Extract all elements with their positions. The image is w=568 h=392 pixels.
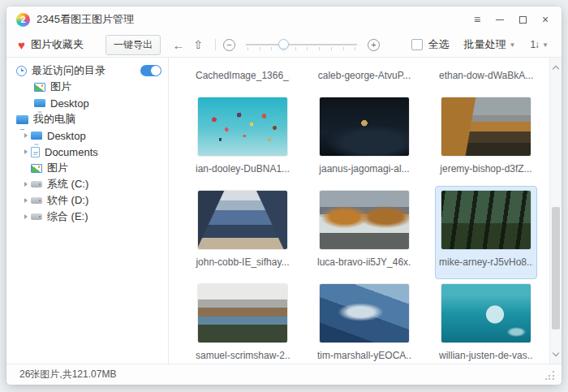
clock-icon: [16, 66, 27, 76]
grid-cell: mike-arney-rJ5vHo8...: [425, 186, 547, 279]
recent-toggle[interactable]: [140, 65, 161, 76]
scroll-down-icon[interactable]: [553, 351, 559, 357]
window-controls: ≡ ×: [469, 11, 553, 28]
batch-menu-label: 批量处理: [463, 37, 506, 52]
grid-cell: caleb-george-AtvuP...: [303, 58, 425, 93]
toolbar-center: ← ⇧ − +: [169, 37, 411, 52]
grid-cell: samuel-scrimshaw-2...: [182, 279, 303, 364]
back-icon[interactable]: ←: [169, 38, 188, 52]
image-filename: caleb-george-AtvuP...: [317, 70, 411, 81]
image-filename: ethan-dow-dWaBkA...: [439, 70, 533, 81]
grid-cell: tim-marshall-yEOCA...: [303, 279, 425, 364]
sidebar-item-label: 图片: [47, 161, 68, 175]
sidebar-item--d-[interactable]: 软件 (D:): [6, 192, 168, 209]
image-filename: ian-dooley-DuBNA1...: [196, 163, 290, 174]
resize-grip[interactable]: [545, 370, 555, 380]
scroll-up-icon[interactable]: [553, 64, 559, 71]
image-item[interactable]: tim-marshall-yEOCA...: [313, 279, 415, 364]
image-thumbnail: [441, 284, 531, 342]
sidebar-item-label: 系统 (C:): [47, 177, 88, 192]
expander-icon[interactable]: [24, 149, 28, 154]
menu-icon[interactable]: ≡: [469, 11, 485, 28]
maximize-button[interactable]: [514, 11, 531, 28]
sidebar-item-my-computer[interactable]: 我的电脑: [6, 111, 168, 127]
sidebar-item--e-[interactable]: 综合 (E:): [6, 209, 168, 225]
grid-cell: jeremy-bishop-d3fZ...: [425, 93, 547, 186]
image-item[interactable]: jaanus-jagomagi-al...: [313, 93, 415, 186]
chevron-down-icon: ▼: [509, 41, 515, 49]
sidebar-item-label: 图片: [50, 80, 71, 94]
sidebar-item-label: 最近访问的目录: [32, 63, 105, 78]
close-button[interactable]: ×: [537, 11, 553, 28]
image-filename: john-cobb-IE_sifhay...: [196, 256, 290, 268]
status-text: 26张图片,共121.07MB: [19, 368, 545, 381]
image-icon: [31, 164, 42, 173]
sidebar-item-desktop[interactable]: Desktop: [6, 127, 168, 144]
content-area: CachedImage_1366_...caleb-george-AtvuP..…: [169, 58, 562, 364]
sidebar-item-label: 软件 (D:): [47, 193, 88, 208]
zoom-out-icon[interactable]: −: [223, 39, 235, 51]
image-item[interactable]: ian-dooley-DuBNA1...: [191, 93, 294, 186]
image-thumbnail: [441, 191, 531, 249]
sidebar-item-documents[interactable]: Documents: [6, 144, 168, 160]
sidebar-item-label: Desktop: [50, 97, 89, 110]
sidebar-item-recent[interactable]: 最近访问的目录: [6, 62, 168, 79]
export-button[interactable]: 一键导出: [105, 35, 161, 55]
slider-thumb[interactable]: [278, 39, 289, 50]
zoom-slider[interactable]: [246, 37, 357, 52]
batch-menu[interactable]: 批量处理 ▼: [463, 37, 515, 52]
image-thumbnail: [198, 191, 287, 249]
select-all-label[interactable]: 全选: [428, 37, 449, 52]
sidebar-item--[interactable]: 图片: [6, 160, 168, 176]
grid-cell: willian-justen-de-vas...: [425, 279, 547, 364]
sidebar-item-label: Documents: [45, 146, 98, 158]
minimize-button[interactable]: [492, 11, 508, 28]
image-filename: samuel-scrimshaw-2...: [196, 350, 290, 361]
image-filename: jeremy-bishop-d3fZ...: [439, 163, 533, 174]
expander-icon[interactable]: [24, 133, 28, 138]
sidebar-item-label: 综合 (E:): [47, 209, 88, 224]
sidebar: 最近访问的目录图片Desktop我的电脑DesktopDocuments图片系统…: [6, 58, 169, 364]
select-all-checkbox[interactable]: [411, 39, 423, 50]
thumbnail-grid: CachedImage_1366_...caleb-george-AtvuP..…: [169, 58, 562, 364]
image-thumbnail: [441, 97, 531, 156]
sidebar-item-label: Desktop: [47, 130, 86, 142]
zoom-in-icon[interactable]: +: [368, 39, 380, 51]
expander-icon[interactable]: [24, 182, 28, 187]
image-filename: CachedImage_1366_...: [196, 70, 290, 81]
image-item[interactable]: CachedImage_1366_...: [191, 58, 294, 93]
drive-icon: [31, 181, 42, 187]
image-thumbnail: [198, 284, 287, 342]
image-filename: jaanus-jagomagi-al...: [317, 163, 411, 174]
statusbar: 26张图片,共121.07MB: [6, 364, 562, 385]
image-item[interactable]: caleb-george-AtvuP...: [313, 58, 415, 93]
image-item[interactable]: john-cobb-IE_sifhay...: [191, 186, 294, 279]
sidebar-item--c-[interactable]: 系统 (C:): [6, 176, 168, 192]
expander-icon[interactable]: [24, 198, 28, 203]
image-filename: luca-bravo-ii5JY_46x...: [317, 256, 411, 268]
grid-cell: jaanus-jagomagi-al...: [303, 93, 425, 186]
sort-icon: 1↓: [530, 39, 539, 50]
sort-menu[interactable]: 1↓ ▼: [530, 39, 549, 50]
sidebar-item-desktop[interactable]: Desktop: [6, 95, 168, 111]
image-item[interactable]: willian-justen-de-vas...: [435, 279, 537, 364]
drive-icon: [31, 213, 42, 220]
monitor-icon: [34, 99, 45, 107]
image-thumbnail: [320, 97, 409, 156]
image-item[interactable]: luca-bravo-ii5JY_46x...: [313, 186, 415, 279]
monitor-icon: [31, 131, 42, 140]
app-title: 2345看图王图片管理: [37, 12, 469, 27]
image-icon: [34, 83, 45, 92]
image-item[interactable]: ethan-dow-dWaBkA...: [435, 58, 537, 93]
grid-cell: CachedImage_1366_...: [182, 58, 303, 93]
image-item[interactable]: jeremy-bishop-d3fZ...: [435, 93, 537, 186]
image-item[interactable]: mike-arney-rJ5vHo8...: [435, 186, 537, 279]
image-thumbnail: [320, 191, 409, 249]
vertical-scrollbar[interactable]: [549, 58, 562, 364]
up-level-icon[interactable]: ⇧: [188, 38, 208, 51]
scrollbar-thumb[interactable]: [552, 207, 560, 330]
sidebar-item-图片[interactable]: 图片: [6, 79, 168, 95]
expander-icon[interactable]: [24, 214, 28, 219]
image-item[interactable]: samuel-scrimshaw-2...: [191, 279, 294, 364]
sidebar-item-label: 我的电脑: [33, 112, 75, 127]
